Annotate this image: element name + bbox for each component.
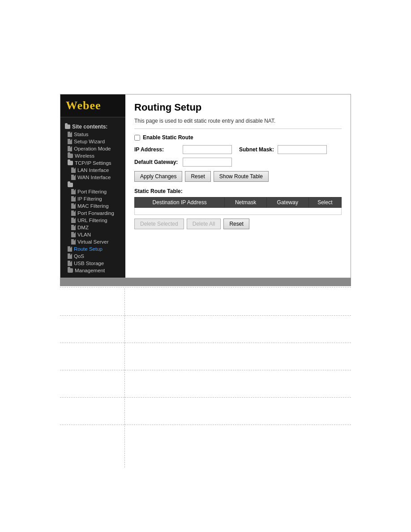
- sidebar-item-setup-wizard[interactable]: Setup Wizard: [60, 138, 125, 145]
- sidebar-item-vlan[interactable]: VLAN: [60, 231, 125, 238]
- sidebar-item-port-forwarding[interactable]: Port Forwarding: [60, 210, 125, 217]
- table-title: Static Route Table:: [134, 188, 342, 194]
- sidebar-item-tcpip[interactable]: TCP/IP Settings: [60, 159, 125, 167]
- logo-area: Webee: [60, 94, 125, 117]
- right-divider-1: [125, 315, 351, 316]
- inner-divider-2: [60, 343, 124, 343]
- bottom-right: [125, 288, 351, 468]
- route-table: Destination IP Address Netmask Gateway S…: [134, 197, 342, 215]
- sidebar-item-operation-mode[interactable]: Operation Mode: [60, 145, 125, 152]
- sidebar-item-usb-storage[interactable]: USB Storage: [60, 260, 125, 267]
- folder-icon-tcpip: [68, 161, 73, 165]
- doc-icon: [68, 261, 72, 266]
- sidebar-item-lan[interactable]: LAN Interface: [60, 167, 125, 174]
- sidebar-item-qos[interactable]: QoS: [60, 253, 125, 260]
- doc-icon: [71, 225, 76, 230]
- main-content: Routing Setup This page is used to edit …: [125, 94, 351, 278]
- doc-icon: [68, 146, 72, 151]
- doc-icon: [71, 167, 76, 173]
- subnet-mask-input[interactable]: [278, 145, 327, 154]
- logo-text: Webee: [66, 99, 101, 112]
- enable-static-route-label: Enable Static Route: [143, 134, 193, 141]
- bottom-content-area: [60, 288, 351, 468]
- sidebar-nav: Site contents: Status Setup Wizard Opera…: [60, 117, 125, 278]
- sidebar-item-dmz[interactable]: DMZ: [60, 224, 125, 231]
- page-title: Routing Setup: [134, 102, 342, 113]
- default-gateway-input[interactable]: [183, 158, 232, 167]
- sidebar-item-management[interactable]: Management: [60, 267, 125, 274]
- right-divider-2: [125, 343, 351, 343]
- folder-icon-wireless: [68, 154, 73, 158]
- sidebar-item-route-setup[interactable]: Route Setup: [60, 245, 125, 253]
- right-divider-4: [125, 397, 351, 398]
- sidebar-item-url-filtering[interactable]: URL Filtering: [60, 217, 125, 224]
- doc-icon: [68, 139, 72, 144]
- delete-selected-button[interactable]: Delete Selected: [134, 219, 184, 229]
- action-buttons: Apply Changes Reset Show Route Table: [134, 171, 342, 182]
- folder-icon-management: [68, 268, 73, 273]
- sidebar-section-title: Site contents:: [60, 121, 125, 131]
- inner-divider-3: [60, 370, 124, 370]
- delete-all-button[interactable]: Delete All: [187, 219, 221, 229]
- bottom-left: [60, 288, 125, 468]
- doc-icon: [68, 132, 72, 137]
- ip-address-label: IP Address:: [134, 146, 179, 153]
- sidebar-item-status[interactable]: Status: [60, 131, 125, 138]
- doc-icon: [71, 196, 76, 202]
- right-divider-5: [125, 425, 351, 425]
- reset-button[interactable]: Reset: [185, 171, 210, 182]
- col-gateway: Gateway: [266, 197, 308, 208]
- sidebar-item-wireless[interactable]: Wireless: [60, 152, 125, 159]
- inner-divider-1: [60, 315, 124, 316]
- sidebar-item-virtual-server[interactable]: Virtual Server: [60, 238, 125, 245]
- doc-icon: [71, 203, 76, 209]
- sidebar-item-port-filtering[interactable]: Port Filtering: [60, 188, 125, 195]
- show-route-table-button[interactable]: Show Route Table: [214, 171, 269, 182]
- bottom-bar-dashed: [60, 287, 351, 287]
- col-select: Select: [308, 197, 341, 208]
- default-gateway-label: Default Gateway:: [134, 159, 179, 165]
- apply-changes-button[interactable]: Apply Changes: [134, 171, 182, 182]
- doc-icon: [71, 175, 76, 180]
- table-action-buttons: Delete Selected Delete All Reset: [134, 219, 342, 229]
- folder-icon-firewall: [68, 183, 73, 187]
- enable-static-route-checkbox[interactable]: [134, 135, 140, 141]
- routing-form: Enable Static Route IP Address: Subnet M…: [134, 134, 342, 182]
- default-gateway-row: Default Gateway:: [134, 158, 342, 167]
- sidebar-item-mac-filtering[interactable]: MAC Filtering: [60, 202, 125, 210]
- page-description: This page is used to edit static route e…: [134, 118, 342, 129]
- doc-icon: [71, 210, 76, 216]
- inner-divider-4: [60, 397, 124, 398]
- ip-address-row: IP Address: Subnet Mask:: [134, 145, 342, 154]
- doc-icon: [71, 189, 76, 194]
- doc-icon: [71, 218, 76, 223]
- doc-icon: [68, 253, 72, 259]
- enable-static-route-row: Enable Static Route: [134, 134, 342, 141]
- sidebar-item-firewall[interactable]: [60, 182, 125, 188]
- table-reset-button[interactable]: Reset: [223, 219, 249, 229]
- doc-icon: [68, 246, 72, 252]
- ip-address-input[interactable]: [183, 145, 232, 154]
- bottom-section: [60, 278, 351, 468]
- subnet-mask-label: Subnet Mask:: [239, 146, 274, 153]
- sidebar: Webee Site contents: Status Setup Wizard: [60, 94, 125, 278]
- inner-divider-5: [60, 425, 124, 425]
- sidebar-item-wan[interactable]: WAN Interface: [60, 174, 125, 181]
- sidebar-item-ip-filtering[interactable]: IP Filtering: [60, 195, 125, 202]
- table-empty-row: [135, 208, 342, 215]
- col-dest-ip: Destination IP Address: [135, 197, 225, 208]
- col-netmask: Netmask: [225, 197, 267, 208]
- doc-icon: [71, 239, 76, 245]
- right-divider-3: [125, 370, 351, 370]
- doc-icon: [71, 232, 76, 237]
- bottom-bar-dark: [60, 278, 351, 286]
- folder-icon-main: [65, 124, 70, 129]
